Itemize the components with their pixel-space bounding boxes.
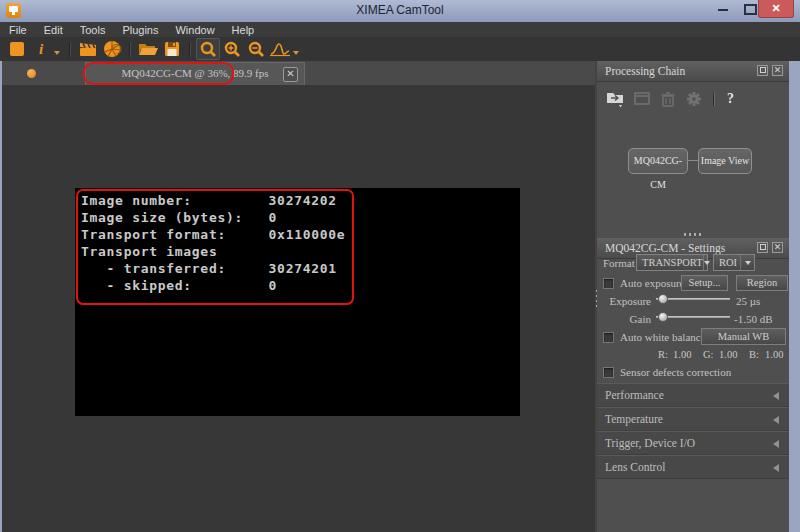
zoom-in-icon[interactable] xyxy=(220,38,244,60)
gain-label: Gain xyxy=(597,313,651,325)
collapse-arrow-icon xyxy=(773,464,779,472)
section-trigger-device-io[interactable]: Trigger, Device I/O xyxy=(597,431,789,455)
setup-button[interactable]: Setup... xyxy=(681,275,728,291)
save-icon[interactable] xyxy=(160,38,184,60)
b-value: 1.00 xyxy=(765,349,793,360)
menu-help[interactable]: Help xyxy=(232,24,255,36)
menu-window[interactable]: Window xyxy=(175,24,214,36)
roi-dropdown-arrow-icon[interactable] xyxy=(740,255,754,270)
menu-tools[interactable]: Tools xyxy=(80,24,106,36)
roi-dropdown[interactable]: ROI xyxy=(713,254,755,271)
section-performance[interactable]: Performance xyxy=(597,383,789,407)
auto-white-balance-checkbox[interactable] xyxy=(603,332,614,343)
info-dropdown-icon[interactable] xyxy=(54,51,60,55)
app-window: XIMEA CamTool ✕ File Edit Tools Plugins … xyxy=(0,0,800,532)
camera-status-dot-icon xyxy=(27,69,36,78)
clapperboard-icon[interactable] xyxy=(76,38,100,60)
wb-rgb-values: R: 1.00 G: 1.00 B: 1.00 xyxy=(658,349,793,360)
processing-chain-header: Processing Chain ✕ xyxy=(597,61,789,82)
g-label: G: xyxy=(703,349,719,360)
main-area: MQ042CG-CM @ 36%, 89.9 fps ✕ Image numbe… xyxy=(2,61,595,532)
image-stats-text: Image number: 30274202 Image size (bytes… xyxy=(81,192,345,294)
collapse-arrow-icon xyxy=(773,440,779,448)
camera-view-tab[interactable]: MQ042CG-CM @ 36%, 89.9 fps ✕ xyxy=(85,62,305,85)
b-label: B: xyxy=(749,349,765,360)
sensor-defects-checkbox[interactable] xyxy=(603,367,614,378)
main-toolbar: i xyxy=(0,37,800,62)
window-icon xyxy=(629,89,655,109)
r-value: 1.00 xyxy=(673,349,703,360)
open-folder-icon[interactable] xyxy=(136,38,160,60)
tab-close-icon[interactable]: ✕ xyxy=(283,67,298,82)
collapse-arrow-icon xyxy=(773,416,779,424)
menu-plugins[interactable]: Plugins xyxy=(122,24,158,36)
menubar: File Edit Tools Plugins Window Help xyxy=(0,22,800,37)
shell-icon[interactable] xyxy=(100,38,124,60)
exposure-value: 25 µs xyxy=(736,295,760,307)
roi-value: ROI xyxy=(714,257,740,268)
gain-value: -1.50 dB xyxy=(734,313,773,325)
menu-file[interactable]: File xyxy=(9,24,27,36)
right-panel: Processing Chain ✕ xyxy=(597,61,789,532)
camera-image: Image number: 30274202 Image size (bytes… xyxy=(75,188,520,416)
format-dropdown[interactable]: TRANSPORT xyxy=(636,254,708,271)
close-button[interactable]: ✕ xyxy=(758,0,794,18)
gain-slider[interactable] xyxy=(656,312,730,322)
collapse-arrow-icon xyxy=(773,392,779,400)
tab-title: MQ042CG-CM @ 36%, 89.9 fps xyxy=(121,67,268,79)
chain-node-image-view[interactable]: Image View xyxy=(698,148,752,174)
auto-exposure-label: Auto exposure xyxy=(620,277,684,289)
format-label: Format xyxy=(603,257,635,269)
histogram-dropdown-icon[interactable] xyxy=(293,51,299,55)
auto-white-balance-label: Auto white balance xyxy=(620,331,706,343)
section-lens-control[interactable]: Lens Control xyxy=(597,455,789,479)
minimize-button[interactable] xyxy=(712,0,734,17)
export-folder-icon[interactable] xyxy=(603,89,629,109)
auto-exposure-checkbox[interactable] xyxy=(603,278,614,289)
manual-wb-button[interactable]: Manual WB xyxy=(701,328,786,345)
panel-float-icon[interactable] xyxy=(757,65,768,76)
maximize-button[interactable] xyxy=(738,0,760,17)
processing-chain-title: Processing Chain xyxy=(605,65,685,77)
histogram-icon[interactable] xyxy=(268,38,292,60)
window-border-right xyxy=(789,61,800,532)
info-icon[interactable]: i xyxy=(29,38,53,60)
g-value: 1.00 xyxy=(719,349,749,360)
section-temperature[interactable]: Temperature xyxy=(597,407,789,431)
settings-title: MQ042CG-CM - Settings xyxy=(605,242,725,254)
region-button[interactable]: Region xyxy=(736,275,788,291)
window-titlebar: XIMEA CamTool ✕ xyxy=(0,0,800,23)
tabbar: MQ042CG-CM @ 36%, 89.9 fps ✕ xyxy=(2,61,595,86)
sensor-defects-label: Sensor defects correction xyxy=(620,366,731,378)
zoom-out-icon[interactable] xyxy=(244,38,268,60)
r-label: R: xyxy=(658,349,673,360)
format-value: TRANSPORT xyxy=(637,257,703,268)
processing-chain-toolbar: ? xyxy=(603,88,740,110)
window-title: XIMEA CamTool xyxy=(0,3,800,17)
stop-icon[interactable] xyxy=(5,38,29,60)
trash-icon xyxy=(655,89,681,109)
gain-slider-handle[interactable] xyxy=(658,312,668,322)
format-dropdown-arrow-icon[interactable] xyxy=(703,255,710,270)
menu-edit[interactable]: Edit xyxy=(44,24,63,36)
help-button[interactable]: ? xyxy=(721,91,740,107)
gear-icon xyxy=(681,89,707,109)
panel-close-icon[interactable]: ✕ xyxy=(772,65,783,76)
camera-viewport: Image number: 30274202 Image size (bytes… xyxy=(2,85,595,532)
chain-node-camera[interactable]: MQ042CG-CM xyxy=(628,148,688,174)
settings-float-icon[interactable] xyxy=(757,242,768,253)
exposure-slider-handle[interactable] xyxy=(658,294,668,304)
exposure-slider[interactable] xyxy=(656,294,730,304)
settings-splitter-grip[interactable] xyxy=(684,233,704,236)
settings-close-icon[interactable]: ✕ xyxy=(772,242,783,253)
exposure-label: Exposure xyxy=(597,295,651,307)
zoom-original-icon[interactable] xyxy=(196,38,220,60)
